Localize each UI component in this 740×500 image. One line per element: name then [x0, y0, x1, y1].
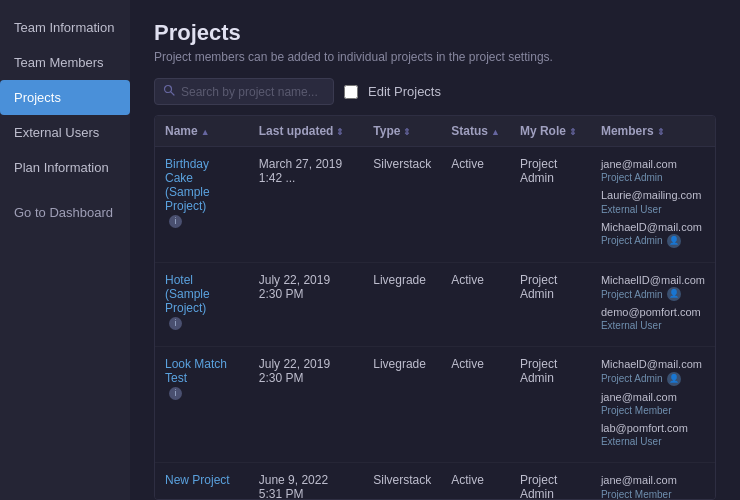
info-icon-2[interactable]: i: [169, 387, 182, 400]
col-header-name[interactable]: Name ▲: [155, 116, 249, 147]
page-title: Projects: [154, 20, 716, 46]
cell-my-role-0: Project Admin: [510, 147, 591, 263]
sidebar: Team InformationTeam MembersProjectsExte…: [0, 0, 130, 500]
table-wrapper: Name ▲Last updated ⇕Type ⇕Status ▲My Rol…: [154, 115, 716, 500]
sidebar-item-plan-information[interactable]: Plan Information: [0, 150, 130, 185]
edit-projects-label: Edit Projects: [368, 84, 441, 99]
member-entry: demo@pomfort.comExternal User: [601, 305, 705, 332]
member-entry: lab@pomfort.comExternal User: [601, 421, 705, 448]
member-entry: MichaelD@mail.comProject Admin👤: [601, 220, 705, 248]
sidebar-item-projects[interactable]: Projects: [0, 80, 130, 115]
cell-name-0: Birthday Cake (Sample Project)i: [155, 147, 249, 263]
cell-members-0: jane@mail.comProject AdminLaurie@mailing…: [591, 147, 715, 263]
search-icon: [163, 84, 175, 99]
col-header-status[interactable]: Status ▲: [441, 116, 510, 147]
col-header-members[interactable]: Members ⇕: [591, 116, 715, 147]
toolbar: Edit Projects: [154, 78, 716, 105]
member-role-line: Project Member: [601, 488, 705, 500]
col-header-last_updated[interactable]: Last updated ⇕: [249, 116, 364, 147]
cell-status-2: Active: [441, 347, 510, 463]
cell-last-updated-1: July 22, 2019 2:30 PM: [249, 262, 364, 347]
search-wrapper: [154, 78, 334, 105]
member-email: lab@pomfort.com: [601, 421, 705, 435]
cell-members-2: MichaelD@mail.comProject Admin👤jane@mail…: [591, 347, 715, 463]
table-row: Look Match TestiJuly 22, 2019 2:30 PMLiv…: [155, 347, 715, 463]
project-name-link-3[interactable]: New Project: [165, 473, 230, 487]
member-role: Project Member: [601, 488, 672, 500]
sidebar-item-team-members[interactable]: Team Members: [0, 45, 130, 80]
member-role: Project Admin: [601, 372, 663, 385]
cell-status-3: Active: [441, 463, 510, 500]
cell-last-updated-2: July 22, 2019 2:30 PM: [249, 347, 364, 463]
cell-type-2: Livegrade: [363, 347, 441, 463]
projects-table: Name ▲Last updated ⇕Type ⇕Status ▲My Rol…: [155, 116, 715, 500]
main-content: Projects Project members can be added to…: [130, 0, 740, 500]
member-role: External User: [601, 435, 662, 448]
member-email: MichaelD@mail.com: [601, 220, 705, 234]
info-icon-0[interactable]: i: [169, 215, 182, 228]
member-role: Project Member: [601, 404, 672, 417]
cell-last-updated-0: March 27, 2019 1:42 ...: [249, 147, 364, 263]
cell-type-3: Silverstack: [363, 463, 441, 500]
svg-line-1: [171, 92, 174, 95]
member-email: MichaelID@mail.com: [601, 273, 705, 287]
cell-type-0: Silverstack: [363, 147, 441, 263]
member-email: MichaelD@mail.com: [601, 357, 705, 371]
user-avatar-icon: 👤: [667, 287, 681, 301]
page-subtitle: Project members can be added to individu…: [154, 50, 716, 64]
table-row: Hotel (Sample Project)iJuly 22, 2019 2:3…: [155, 262, 715, 347]
member-role-line: Project Admin👤: [601, 234, 705, 248]
cell-type-1: Livegrade: [363, 262, 441, 347]
member-email: Laurie@mailing.com: [601, 188, 705, 202]
table-header-row: Name ▲Last updated ⇕Type ⇕Status ▲My Rol…: [155, 116, 715, 147]
edit-projects-checkbox[interactable]: [344, 85, 358, 99]
cell-members-1: MichaelID@mail.comProject Admin👤demo@pom…: [591, 262, 715, 347]
project-name-link-0[interactable]: Birthday Cake (Sample Project): [165, 157, 210, 213]
member-email: jane@mail.com: [601, 390, 705, 404]
sidebar-item-team-information[interactable]: Team Information: [0, 10, 130, 45]
member-role-line: Project Admin: [601, 171, 705, 184]
member-email: jane@mail.com: [601, 157, 705, 171]
cell-status-0: Active: [441, 147, 510, 263]
cell-name-1: Hotel (Sample Project)i: [155, 262, 249, 347]
table-row: Birthday Cake (Sample Project)iMarch 27,…: [155, 147, 715, 263]
table-body: Birthday Cake (Sample Project)iMarch 27,…: [155, 147, 715, 501]
user-avatar-icon: 👤: [667, 372, 681, 386]
member-role: Project Admin: [601, 288, 663, 301]
member-entry: jane@mail.comProject Admin: [601, 157, 705, 184]
member-role-line: External User: [601, 435, 705, 448]
project-name-link-1[interactable]: Hotel (Sample Project): [165, 273, 210, 315]
col-header-type[interactable]: Type ⇕: [363, 116, 441, 147]
member-role: External User: [601, 203, 662, 216]
member-entry: Laurie@mailing.comExternal User: [601, 188, 705, 215]
user-avatar-icon: 👤: [667, 234, 681, 248]
member-email: demo@pomfort.com: [601, 305, 705, 319]
cell-name-3: New Project: [155, 463, 249, 500]
member-role-line: Project Admin👤: [601, 372, 705, 386]
member-entry: jane@mail.comProject Member: [601, 390, 705, 417]
member-entry: MichaelID@mail.comProject Admin👤: [601, 273, 705, 301]
member-entry: MichaelD@mail.comProject Admin👤: [601, 357, 705, 385]
cell-name-2: Look Match Testi: [155, 347, 249, 463]
sidebar-item-external-users[interactable]: External Users: [0, 115, 130, 150]
member-role: Project Admin: [601, 234, 663, 247]
search-input[interactable]: [181, 85, 325, 99]
cell-my-role-1: Project Admin: [510, 262, 591, 347]
member-role: Project Admin: [601, 171, 663, 184]
member-role-line: External User: [601, 319, 705, 332]
member-role: External User: [601, 319, 662, 332]
info-icon-1[interactable]: i: [169, 317, 182, 330]
member-role-line: Project Member: [601, 404, 705, 417]
member-entry: jane@mail.comProject Member: [601, 473, 705, 500]
member-email: jane@mail.com: [601, 473, 705, 487]
member-role-line: Project Admin👤: [601, 287, 705, 301]
cell-status-1: Active: [441, 262, 510, 347]
project-name-link-2[interactable]: Look Match Test: [165, 357, 227, 385]
table-row: New ProjectJune 9, 2022 5:31 PMSilversta…: [155, 463, 715, 500]
member-role-line: External User: [601, 203, 705, 216]
sidebar-item-go-to-dashboard[interactable]: Go to Dashboard: [0, 195, 130, 230]
col-header-my_role[interactable]: My Role ⇕: [510, 116, 591, 147]
cell-my-role-3: Project Admin: [510, 463, 591, 500]
cell-members-3: jane@mail.comProject MemberTom@mailbox.c…: [591, 463, 715, 500]
cell-last-updated-3: June 9, 2022 5:31 PM: [249, 463, 364, 500]
